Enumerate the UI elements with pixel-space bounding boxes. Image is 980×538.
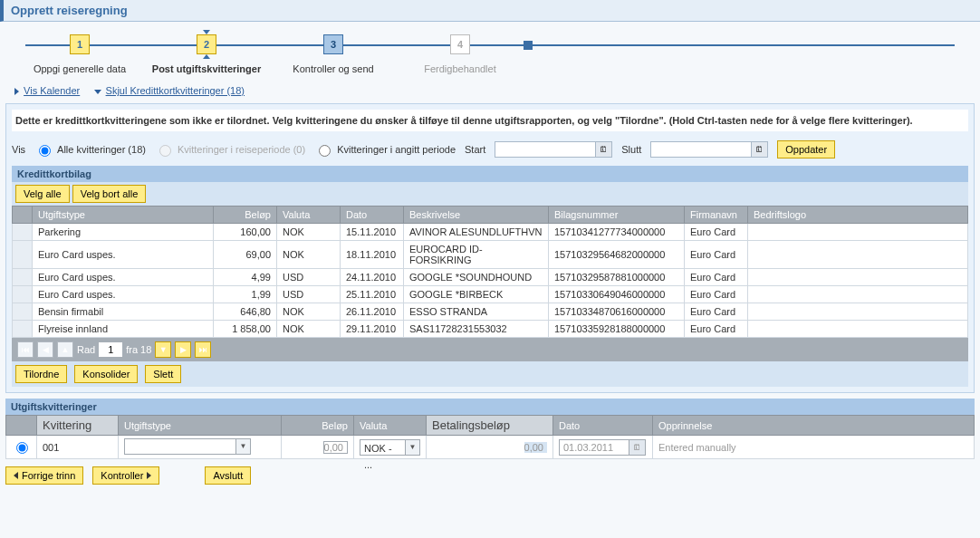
radio-custom[interactable]: Kvitteringer i angitt periode [314,142,456,157]
toolbar-links: Vis Kalender Skjul Kredittkortkvittering… [0,82,980,100]
cc-table-row[interactable]: Parkering160,00NOK15.11.2010AVINOR ALESU… [13,224,968,241]
expense-origin: Entered manually [653,436,975,459]
wizard-step-3[interactable]: 3 Kontroller og send [270,34,397,74]
radio-period: Kvitteringer i reiseperiode (0) [155,142,305,157]
cc-table-row[interactable]: Bensin firmabil646,80NOK26.11.2010ESSO S… [13,303,968,321]
cell-logo [748,286,968,303]
consolidate-button[interactable]: Konsolider [74,365,138,383]
row-select-cell[interactable] [13,303,33,321]
col-currency[interactable]: Valuta [354,416,427,436]
select-all-button[interactable]: Velg alle [15,185,70,203]
check-button[interactable]: Kontroller [92,466,159,485]
expense-row[interactable]: 001 ▼ 0,00 NOK - ... ▼ 0 [6,436,975,459]
cell-description: SAS11728231553032 [404,321,549,338]
pager-prev-row-button[interactable]: ▲ [57,341,73,358]
col-currency[interactable]: Valuta [277,207,341,224]
expense-id: 001 [37,436,119,459]
pager-prev-button[interactable]: ◀ [37,341,53,358]
cc-instruction: Dette er kredittkortkvitteringene som ik… [12,110,968,131]
radio-all-input[interactable] [39,145,51,157]
cell-company: Euro Card [685,241,748,269]
prev-step-button[interactable]: Forrige trinn [5,466,83,485]
show-calendar-link[interactable]: Vis Kalender [24,85,80,96]
wizard-step-label: Ferdigbehandlet [424,63,496,74]
col-docno[interactable]: Bilagsnummer [549,207,685,224]
expense-currency-dropdown[interactable]: NOK - ... ▼ [360,439,420,456]
wizard-step-label: Oppgi generelle data [34,63,126,74]
col-amount[interactable]: Beløp [214,207,277,224]
col-date[interactable]: Dato [553,416,653,436]
col-expense-type[interactable]: Utgiftstype [33,207,214,224]
pager-next-row-button[interactable]: ▼ [155,341,171,358]
cell-logo [748,224,968,241]
date-value: 01.03.2011 [560,442,629,453]
radio-all[interactable]: Alle kvitteringer (18) [34,142,146,157]
cell-docno: 15710341277734000000 [549,224,685,241]
assign-button[interactable]: Tilordne [15,365,67,383]
update-button[interactable]: Oppdater [777,140,835,159]
col-description[interactable]: Beskrivelse [404,207,549,224]
cc-table-row[interactable]: Euro Card uspes.4,99USD24.11.2010GOOGLE … [13,269,968,286]
chevron-down-icon: ▼ [405,440,419,455]
deselect-all-button[interactable]: Velg bort alle [72,185,147,203]
calendar-icon[interactable]: 🗓 [595,142,611,157]
col-company[interactable]: Firmanavn [685,207,748,224]
cc-section: Dette er kredittkortkvitteringene som ik… [5,103,975,393]
end-date-input[interactable]: 🗓 [650,141,768,158]
cc-table-row[interactable]: Euro Card uspes.69,00NOK18.11.2010EUROCA… [13,241,968,269]
cell-date: 26.11.2010 [341,303,404,321]
col-payment-amount[interactable]: Betalingsbeløp [427,416,553,436]
cc-table-row[interactable]: Flyreise innland1 858,00NOK29.11.2010SAS… [13,321,968,338]
cell-description: EUROCARD ID-FORSIKRING [404,241,549,269]
cell-currency: USD [277,269,341,286]
delete-button[interactable]: Slett [145,365,181,383]
row-select-cell[interactable] [13,286,33,303]
wizard-step-1[interactable]: 1 Oppgi generelle data [16,34,143,74]
row-select-cell[interactable] [13,321,33,338]
row-select-cell[interactable] [13,224,33,241]
cell-description: GOOGLE *BIRBECK [404,286,549,303]
cc-table-row[interactable]: Euro Card uspes.1,99USD25.11.2010GOOGLE … [13,286,968,303]
cell-type: Flyreise innland [33,321,214,338]
pager-row-input[interactable] [99,342,122,357]
cell-currency: NOK [277,241,341,269]
calendar-icon[interactable]: 🗓 [629,440,645,455]
col-origin[interactable]: Opprinnelse [653,416,975,436]
pager-row-label: Rad [77,344,95,355]
vis-label: Vis [12,144,25,155]
radio-all-label: Alle kvitteringer (18) [57,144,146,155]
pager-first-button[interactable]: ⏮ [17,341,34,358]
col-date[interactable]: Dato [341,207,404,224]
cell-currency: NOK [277,321,341,338]
col-logo[interactable]: Bedriftslogo [748,207,968,224]
calendar-icon[interactable]: 🗓 [751,142,767,157]
col-amount[interactable]: Beløp [282,416,354,436]
cell-type: Euro Card uspes. [33,286,214,303]
exit-button[interactable]: Avslutt [205,466,251,485]
start-date-input[interactable]: 🗓 [495,141,612,158]
expense-amount-input[interactable]: 0,00 [323,441,348,454]
hide-cc-link[interactable]: Skjul Kredittkortkvitteringer (18) [106,85,245,96]
row-select-cell[interactable] [13,269,33,286]
radio-custom-input[interactable] [319,145,331,157]
pager-next-button[interactable]: ▶ [175,341,191,358]
col-receipt[interactable]: Kvittering [37,416,119,436]
expense-section-title: Utgiftskvitteringer [5,399,975,415]
select-col-header [13,207,33,224]
wizard-step-num: 3 [323,34,343,54]
wizard-step-2[interactable]: 2 Post utgiftskvitteringer [143,34,270,74]
expense-date-input[interactable]: 01.03.2011 🗓 [559,439,646,456]
col-radio [6,416,37,436]
pager-last-button[interactable]: ⏭ [195,341,211,358]
cell-company: Euro Card [685,224,748,241]
dropdown-value: NOK - ... [360,440,405,455]
cell-amount: 1 858,00 [214,321,277,338]
expense-type-dropdown[interactable]: ▼ [124,438,251,455]
col-expense-type[interactable]: Utgiftstype [119,416,282,436]
cell-date: 24.11.2010 [341,269,404,286]
cell-amount: 69,00 [214,241,277,269]
row-select-cell[interactable] [13,241,33,269]
cell-date: 29.11.2010 [341,321,404,338]
radio-period-label: Kvitteringer i reiseperiode (0) [178,144,305,155]
expense-row-radio[interactable] [16,442,28,454]
